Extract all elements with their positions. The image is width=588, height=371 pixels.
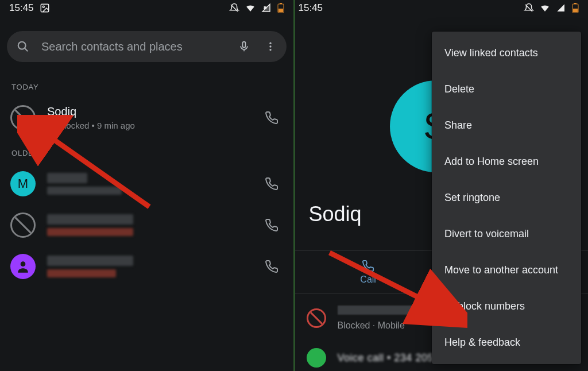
- svg-rect-0: [41, 4, 49, 12]
- redacted-name: [47, 256, 249, 266]
- blocked-icon: [307, 308, 326, 328]
- status-time: 15:45: [9, 2, 34, 14]
- svg-point-10: [269, 49, 271, 51]
- section-label-older: OLDER: [0, 138, 293, 163]
- redacted-name: [47, 173, 249, 183]
- menu-view-linked-contacts[interactable]: View linked contacts: [432, 35, 581, 71]
- phone-icon[interactable]: [260, 111, 283, 125]
- bell-off-icon: [524, 3, 534, 13]
- search-icon: [15, 40, 31, 53]
- redacted-name: [47, 214, 249, 225]
- battery-icon: [572, 3, 579, 13]
- redacted-number: [338, 306, 430, 317]
- image-icon: [40, 3, 50, 13]
- signal-icon: ×: [261, 3, 272, 13]
- phone-icon[interactable]: [260, 218, 283, 232]
- redacted-sub: [47, 228, 249, 236]
- call-row-older[interactable]: [0, 204, 293, 246]
- wifi-icon: [540, 3, 550, 13]
- svg-rect-14: [573, 9, 578, 12]
- svg-point-9: [269, 45, 271, 47]
- redacted-sub: [47, 269, 249, 277]
- status-time: 15:45: [299, 2, 323, 14]
- call-action-label: Call: [360, 275, 376, 285]
- search-bar[interactable]: Search contacts and places: [7, 31, 287, 62]
- blocked-avatar-icon: [10, 212, 36, 238]
- menu-set-ringtone[interactable]: Set ringtone: [432, 180, 581, 216]
- svg-rect-7: [242, 42, 245, 48]
- phone-recents-screen: 15:45 ×: [0, 0, 295, 371]
- contact-name: Sodiq: [309, 202, 362, 226]
- menu-help-feedback[interactable]: Help & feedback: [432, 324, 581, 361]
- status-bar: 15:45 ×: [0, 0, 293, 16]
- menu-unblock-numbers[interactable]: Unblock numbers: [432, 288, 581, 324]
- svg-point-6: [18, 42, 26, 49]
- phone-icon[interactable]: [260, 177, 283, 191]
- svg-point-8: [269, 42, 271, 44]
- svg-point-11: [21, 261, 26, 266]
- menu-add-to-home-screen[interactable]: Add to Home screen: [432, 144, 581, 180]
- blocked-avatar-icon: [10, 105, 36, 130]
- overflow-menu: View linked contacts Delete Share Add to…: [432, 32, 581, 364]
- bell-off-icon: [229, 3, 239, 13]
- phone-icon[interactable]: [260, 260, 283, 273]
- menu-move-to-another-account[interactable]: Move to another account: [432, 252, 581, 288]
- svg-rect-4: [278, 9, 283, 12]
- signal-icon: [556, 3, 566, 13]
- menu-delete[interactable]: Delete: [432, 71, 581, 107]
- svg-rect-15: [574, 3, 577, 4]
- svg-rect-5: [280, 3, 282, 4]
- call-row-today[interactable]: Sodiq Blocked • 9 min ago: [0, 97, 293, 138]
- menu-share[interactable]: Share: [432, 107, 581, 144]
- redacted-sub: [47, 187, 249, 195]
- svg-point-1: [42, 6, 44, 7]
- call-subtext: Blocked • 9 min ago: [47, 121, 249, 130]
- letter-avatar: M: [10, 171, 36, 196]
- more-icon[interactable]: [262, 40, 278, 53]
- section-label-today: TODAY: [0, 72, 293, 97]
- number-sub: Blocked · Mobile: [338, 320, 430, 331]
- call-row-older[interactable]: [0, 246, 293, 287]
- call-action[interactable]: Call: [295, 251, 442, 293]
- wifi-icon: [245, 3, 256, 13]
- person-avatar-icon: [10, 254, 36, 279]
- battery-icon: [277, 3, 284, 13]
- menu-divert-to-voicemail[interactable]: Divert to voicemail: [432, 216, 581, 252]
- call-row-older[interactable]: M: [0, 163, 293, 204]
- call-name: Sodiq: [47, 105, 249, 118]
- whatsapp-icon: [307, 348, 326, 368]
- search-placeholder: Search contacts and places: [41, 40, 226, 53]
- status-bar: 15:45: [295, 0, 589, 16]
- mic-icon[interactable]: [236, 40, 252, 53]
- phone-contact-detail-screen: 15:45 S Sodiq Call: [295, 0, 589, 371]
- svg-text:×: ×: [264, 5, 266, 10]
